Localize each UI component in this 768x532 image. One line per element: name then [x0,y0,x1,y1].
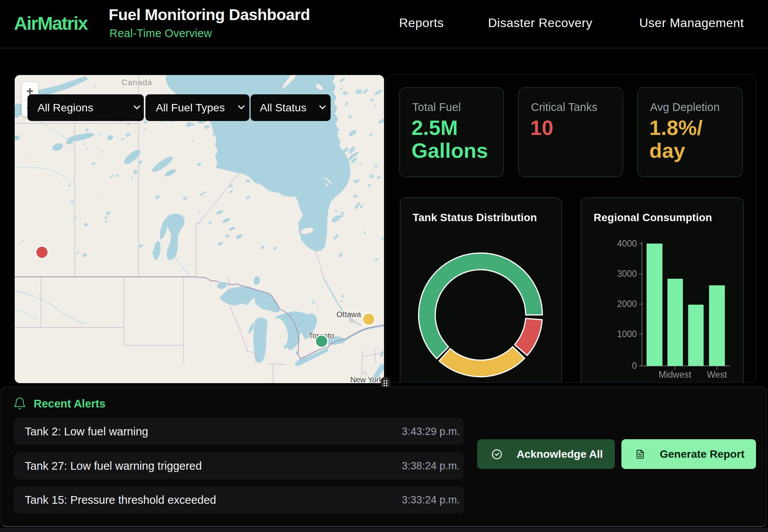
svg-text:3000: 3000 [617,269,637,279]
svg-text:West: West [707,370,727,380]
svg-text:Midwest: Midwest [659,370,691,380]
svg-text:2000: 2000 [617,299,637,309]
svg-text:0: 0 [632,361,637,371]
svg-text:1000: 1000 [617,329,637,339]
svg-text:Ottawa: Ottawa [336,310,361,319]
svg-text:New York: New York [350,375,383,383]
svg-text:4000: 4000 [617,239,637,249]
svg-text:Canada: Canada [121,78,152,87]
